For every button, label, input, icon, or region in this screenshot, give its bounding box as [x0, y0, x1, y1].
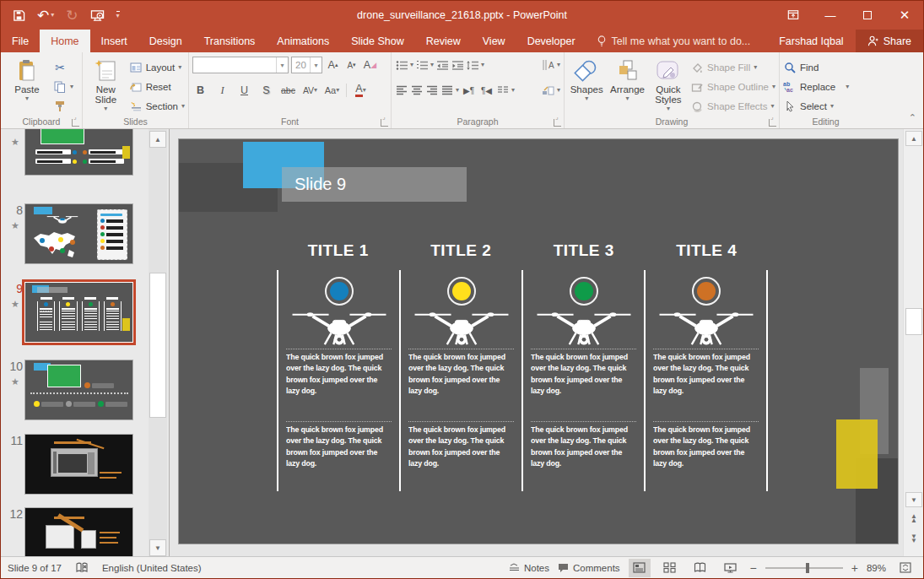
strikethrough-button[interactable]: abc [280, 82, 296, 99]
arrange-button[interactable]: Arrange ▾ [608, 56, 646, 115]
tab-review[interactable]: Review [415, 30, 472, 52]
scroll-down-button[interactable]: ▼ [149, 539, 166, 556]
minimize-button[interactable]: — [812, 1, 849, 30]
clear-formatting-button[interactable]: A◢ [362, 57, 378, 73]
slide-indicator[interactable]: Slide 9 of 17 [8, 563, 62, 573]
redo-button[interactable]: ↻ [66, 8, 78, 23]
scrollbar-thumb[interactable] [905, 308, 922, 335]
slide-canvas[interactable]: Slide 9 TITLE 1 TITLE 2 TITLE 3 TITLE 4 … [179, 139, 898, 544]
slide-sorter-view-button[interactable] [659, 559, 681, 577]
slide-thumbnail-12[interactable] [24, 507, 133, 558]
clipboard-dialog-launcher[interactable] [72, 119, 79, 127]
tab-animations[interactable]: Animations [266, 30, 340, 52]
align-center-button[interactable] [410, 84, 424, 97]
font-size-combobox[interactable]: 20▾ [291, 57, 322, 73]
slide-show-button[interactable] [720, 559, 742, 577]
select-button[interactable]: Select▾ [783, 98, 849, 115]
grow-font-button[interactable]: A▴ [325, 57, 341, 73]
tab-transitions[interactable]: Transitions [193, 30, 267, 52]
bullets-button[interactable] [395, 58, 408, 72]
reset-button[interactable]: Reset [129, 78, 185, 95]
italic-button[interactable]: I [214, 82, 230, 99]
notes-button[interactable]: Notes [509, 563, 549, 573]
maximize-button[interactable] [849, 1, 886, 30]
shrink-font-button[interactable]: A▾ [343, 57, 359, 73]
save-button[interactable] [13, 9, 25, 22]
tab-file[interactable]: File [1, 30, 40, 52]
copy-button[interactable]: ▾ [53, 78, 73, 95]
align-left-button[interactable] [395, 84, 408, 97]
underline-button[interactable]: U [236, 82, 252, 99]
format-painter-button[interactable] [53, 98, 73, 115]
convert-smartart-button[interactable] [542, 84, 555, 97]
undo-button[interactable]: ↶▾ [37, 8, 54, 23]
undo-dropdown-icon[interactable]: ▾ [51, 12, 54, 19]
scroll-down-button[interactable]: ▼ [905, 492, 922, 507]
spell-check-icon[interactable] [75, 561, 89, 575]
tab-insert[interactable]: Insert [90, 30, 138, 52]
share-button[interactable]: Share [856, 30, 923, 52]
tab-home[interactable]: Home [40, 30, 89, 52]
shape-outline-button[interactable]: Shape Outline▾ [690, 78, 775, 95]
change-case-button[interactable]: Aa▾ [324, 82, 340, 99]
fit-slide-to-window-button[interactable] [894, 559, 916, 577]
character-spacing-button[interactable]: AV▾ [302, 82, 318, 99]
new-slide-button[interactable]: New Slide ▾ [86, 56, 126, 115]
slide-thumbnail-10[interactable] [24, 360, 133, 420]
text-direction-button[interactable]: A [542, 58, 555, 72]
drawing-dialog-launcher[interactable] [769, 119, 776, 127]
font-dialog-launcher[interactable] [381, 119, 388, 127]
normal-view-button[interactable] [629, 559, 651, 577]
zoom-in-button[interactable]: + [851, 561, 858, 575]
zoom-slider[interactable] [765, 567, 843, 569]
tab-developer[interactable]: Developer [516, 30, 586, 52]
find-button[interactable]: Find [783, 59, 849, 76]
slide-thumbnail-9[interactable] [24, 282, 133, 343]
shapes-button[interactable]: Shapes ▾ [568, 56, 605, 115]
zoom-slider-handle[interactable] [806, 563, 809, 573]
tab-design[interactable]: Design [138, 30, 193, 52]
comments-button[interactable]: Comments [558, 563, 620, 573]
font-color-button[interactable]: A▾ [353, 82, 369, 99]
tab-view[interactable]: View [472, 30, 516, 52]
increase-indent-button[interactable] [451, 58, 464, 72]
close-button[interactable]: ✕ [886, 1, 923, 30]
numbering-button[interactable] [415, 58, 429, 72]
decrease-indent-button[interactable] [435, 58, 449, 72]
tell-me-box[interactable]: Tell me what you want to do... [586, 30, 761, 52]
thumbnail-panel-scrollbar[interactable]: ▲ ▼ [149, 129, 167, 558]
language-indicator[interactable]: English (United States) [102, 563, 202, 573]
justify-button[interactable] [440, 84, 454, 97]
zoom-percentage[interactable]: 89% [867, 563, 886, 573]
editor-scrollbar[interactable]: ▲ ▼ ▲▲ ▼▼ [903, 129, 923, 558]
scroll-up-button[interactable]: ▲ [905, 131, 922, 146]
previous-slide-button[interactable]: ▲▲ [905, 511, 922, 526]
cut-button[interactable]: ✂ [53, 59, 73, 76]
collapse-ribbon-button[interactable]: ⌃ [909, 112, 916, 123]
slide-thumbnail-7[interactable] [24, 129, 133, 176]
columns-button[interactable] [496, 84, 510, 97]
ltr-text-button[interactable]: ▶¶ [461, 82, 477, 99]
text-shadow-button[interactable]: S [258, 82, 274, 99]
shape-fill-button[interactable]: Shape Fill▾ [690, 59, 775, 76]
quick-styles-button[interactable]: Quick Styles ▾ [650, 56, 687, 115]
bold-button[interactable]: B [192, 82, 208, 99]
font-name-combobox[interactable]: ▾ [192, 57, 289, 73]
start-slideshow-button[interactable] [90, 9, 105, 22]
font-size-dropdown-icon[interactable]: ▾ [310, 57, 322, 73]
next-slide-button[interactable]: ▼▼ [905, 531, 922, 546]
customize-qat-button[interactable]: ▾ [116, 11, 120, 19]
paste-button[interactable]: Paste ▾ [4, 56, 50, 115]
scrollbar-thumb[interactable] [149, 273, 166, 418]
zoom-out-button[interactable]: − [750, 561, 757, 575]
reading-view-button[interactable] [689, 559, 711, 577]
font-name-dropdown-icon[interactable]: ▾ [276, 57, 288, 73]
ribbon-display-options-button[interactable] [775, 1, 812, 30]
slide-thumbnail-8[interactable] [24, 203, 133, 264]
rtl-text-button[interactable]: ¶◀ [478, 82, 494, 99]
line-spacing-button[interactable] [466, 58, 479, 72]
section-button[interactable]: Section▾ [129, 98, 185, 115]
replace-button[interactable]: abacReplace▾ [783, 78, 849, 95]
paragraph-dialog-launcher[interactable] [554, 119, 561, 127]
align-right-button[interactable] [425, 84, 439, 97]
